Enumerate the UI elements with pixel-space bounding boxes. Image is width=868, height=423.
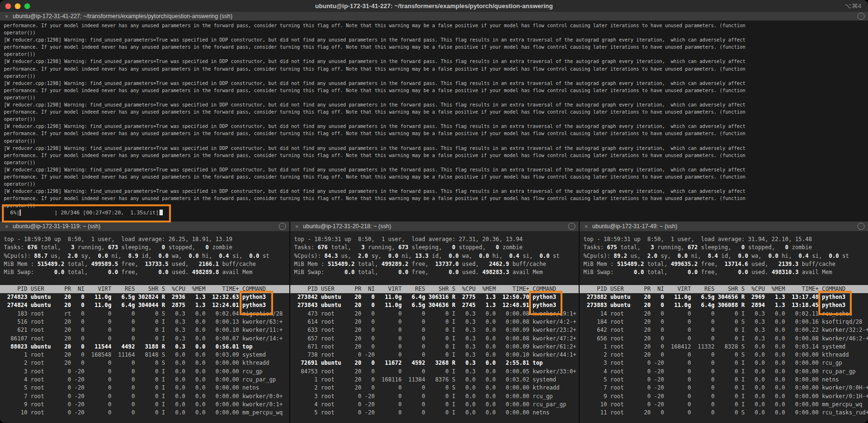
process-row: 184 root 20 0 0 0 0 S 0.3 0.0 0:00.16 ks… xyxy=(583,318,868,326)
terminal-line: performance. If your model indeed never … xyxy=(4,152,868,159)
window-title: ubuntu@ip-172-31-41-227: ~/transformers/… xyxy=(0,2,868,10)
process-row: 3 root 0 -20 0 0 0 I 0.0 0.0 0:00.00 rcu… xyxy=(4,368,289,376)
process-row: 2 root 20 0 0 0 0 S 0.0 0.0 0:00.00 kthr… xyxy=(4,359,289,367)
process-row: 273883 ubuntu 20 0 11.0g 6.4g 306088 R 2… xyxy=(583,301,868,309)
terminal-line: operator()) xyxy=(4,137,868,145)
process-row: 14 root 20 0 0 0 0 I 0.3 0.0 0:02.11 rcu… xyxy=(583,310,868,318)
process-row: 642 root 20 0 0 0 0 I 0.3 0.0 0:00.22 kw… xyxy=(583,326,868,334)
tab-title: ubuntu@ip-172-31-17-49: ~ (ssh) xyxy=(593,223,677,230)
process-row: 473 root 20 0 0 0 0 I 0.3 0.0 0:00.08 kw… xyxy=(294,310,579,318)
summary-line: MiB Mem : 515489.2 total, 499289.2 free,… xyxy=(294,260,579,268)
pane-tab[interactable]: × ubuntu@ip-172-31-20-218: ~ (ssh) ··· xyxy=(290,222,579,232)
close-tab-icon[interactable]: × xyxy=(5,13,9,20)
top-pane-tab[interactable]: × ubuntu@ip-172-31-41-227: ~/transformer… xyxy=(0,12,868,21)
terminal-line: performance. If your model indeed never … xyxy=(4,173,868,180)
terminal-line: [W reducer.cpp:1298] Warning: find_unuse… xyxy=(4,36,868,43)
tab-title: ubuntu@ip-172-31-41-227: ~/transformers/… xyxy=(13,13,233,20)
tab-menu-icon[interactable]: ··· xyxy=(857,223,865,230)
process-row: 273842 ubuntu 20 0 11.0g 6.4g 306316 R 2… xyxy=(294,293,579,301)
process-row: 657 root 20 0 0 0 0 I 0.3 0.0 0:00.08 kw… xyxy=(294,335,579,343)
window-shortcut-badge: ⌥⌘4 xyxy=(845,2,861,10)
terminal-line: operator()) xyxy=(4,29,868,36)
terminal-window: ubuntu@ip-172-31-41-227: ~/transformers/… xyxy=(0,0,868,423)
process-row: 183 root rt 0 0 0 0 S 0.3 0.0 0:02.04 mi… xyxy=(4,310,289,318)
terminal-line: operator()) xyxy=(4,202,868,209)
terminal-cursor xyxy=(159,210,163,215)
terminal-line: operator()) xyxy=(4,51,868,58)
close-window-button[interactable] xyxy=(5,3,11,9)
minimize-window-button[interactable] xyxy=(15,3,21,9)
process-row: 9 root 0 -20 0 0 0 I 0.0 0.0 0:00.00 kwo… xyxy=(583,392,868,401)
process-table-body: 274823 ubuntu 20 0 11.0g 6.5g 302824 R 2… xyxy=(4,293,289,417)
summary-line: top - 18:59:31 up 8:50, 1 user, load ave… xyxy=(583,235,868,243)
terminal-line: performance. If your model indeed never … xyxy=(4,130,868,137)
top-summary: top - 18:59:31 up 8:50, 1 user, load ave… xyxy=(294,235,579,276)
terminal-line: performance. If your model indeed never … xyxy=(4,87,868,94)
process-row: 2 root 20 0 0 0 0 S 0.0 0.0 0:00.00 kthr… xyxy=(583,351,868,359)
blank-line xyxy=(583,276,868,285)
process-row: 1 root 20 0 168412 11332 8328 S 0.0 0.0 … xyxy=(583,343,868,351)
process-table-body: 273842 ubuntu 20 0 11.0g 6.4g 306316 R 2… xyxy=(294,293,579,417)
process-row: 7 root 0 -20 0 0 0 I 0.0 0.0 0:00.00 kwo… xyxy=(4,392,289,401)
summary-line: Tasks: 676 total, 3 running, 673 sleepin… xyxy=(4,243,289,252)
close-tab-icon[interactable]: × xyxy=(5,223,9,230)
terminal-line: operator()) xyxy=(4,73,868,80)
window-controls xyxy=(5,3,30,9)
blank-line xyxy=(4,276,289,285)
pane-tab[interactable]: × ubuntu@ip-172-31-19-119: ~ (ssh) ··· xyxy=(0,222,289,232)
process-row: 2 root 20 0 0 0 0 S 0.0 0.0 0:00.00 kthr… xyxy=(294,384,579,392)
process-row: 633 root 20 0 0 0 0 I 0.3 0.0 0:00.09 kw… xyxy=(294,326,579,334)
process-row: 9 root 0 -20 0 0 0 I 0.0 0.0 0:00.00 kwo… xyxy=(4,401,289,409)
tab-menu-icon[interactable]: ··· xyxy=(279,223,286,230)
process-row: 84753 root 20 0 0 0 0 I 0.3 0.0 0:00.05 … xyxy=(294,368,579,376)
terminal-output: performance. If your model indeed never … xyxy=(0,21,868,222)
terminal-line: operator()) xyxy=(4,159,868,166)
terminal-line: operator()) xyxy=(4,94,868,101)
process-row: 274824 ubuntu 20 0 11.0g 6.4g 304044 R 2… xyxy=(4,301,289,309)
process-row: 10 root 0 -20 0 0 0 I 0.0 0.0 0:00.00 mm… xyxy=(583,401,868,409)
terminal-line: performance. If your model indeed never … xyxy=(4,108,868,116)
tab-menu-icon[interactable]: ··· xyxy=(568,223,575,230)
close-tab-icon[interactable]: × xyxy=(295,223,299,230)
terminal-line: performance. If your model indeed never … xyxy=(4,195,868,202)
blank-line xyxy=(294,276,579,285)
process-row: 274823 ubuntu 20 0 11.0g 6.5g 302824 R 2… xyxy=(4,293,289,301)
summary-line: MiB Mem : 515489.2 total, 499589.5 free,… xyxy=(4,260,289,268)
pane-tab[interactable]: × ubuntu@ip-172-31-17-49: ~ (ssh) ··· xyxy=(580,222,868,232)
process-row: 3 root 0 -20 0 0 0 I 0.0 0.0 0:00.00 rcu… xyxy=(294,392,579,401)
terminal-line: [W reducer.cpp:1298] Warning: find_unuse… xyxy=(4,123,868,130)
summary-line: MiB Mem : 515489.2 total, 499635.2 free,… xyxy=(583,260,868,268)
process-row: 614 root 20 0 0 0 0 I 0.3 0.0 0:00.08 kw… xyxy=(294,318,579,326)
summary-line: Tasks: 676 total, 3 running, 673 sleepin… xyxy=(294,243,579,252)
tab-title: ubuntu@ip-172-31-20-218: ~ (ssh) xyxy=(303,223,392,230)
terminal-line: [W reducer.cpp:1298] Warning: find_unuse… xyxy=(4,166,868,173)
process-row: 5 root 0 -20 0 0 0 I 0.0 0.0 0:00.00 net… xyxy=(294,409,579,417)
summary-line: %Cpu(s): 84.3 us, 2.0 sy, 0.0 ni, 13.3 i… xyxy=(294,252,579,260)
process-row: 7 root 0 -20 0 0 0 I 0.0 0.0 0:00.00 kwo… xyxy=(583,384,868,392)
process-row: 1 root 20 0 168116 11384 8376 S 0.0 0.0 … xyxy=(294,376,579,384)
tab-menu-icon[interactable]: ··· xyxy=(857,13,865,20)
top-summary: top - 18:59:31 up 8:50, 1 user, load ave… xyxy=(583,235,868,276)
fullscreen-window-button[interactable] xyxy=(24,3,30,9)
summary-line: MiB Swap: 0.0 total, 0.0 free, 0.0 used.… xyxy=(4,268,289,276)
close-tab-icon[interactable]: × xyxy=(584,223,588,230)
monitor-pane-1: × ubuntu@ip-172-31-19-119: ~ (ssh) ··· t… xyxy=(0,222,289,423)
process-row: 72691 ubuntu 20 0 11672 4592 3268 R 0.3 … xyxy=(294,359,579,367)
process-row: 4 root 0 -20 0 0 0 I 0.0 0.0 0:00.00 rcu… xyxy=(4,376,289,384)
process-row: 273843 ubuntu 20 0 11.0g 6.5g 304636 R 2… xyxy=(294,301,579,309)
summary-line: top - 18:59:30 up 8:50, 1 user, load ave… xyxy=(4,235,289,243)
progress-text: 6%|▍ | 20/346 [00:27<07:20, 1.35s/it] xyxy=(4,210,159,216)
terminal-line: performance. If your model indeed never … xyxy=(4,43,868,51)
summary-line: MiB Swap: 0.0 total, 0.0 free, 0.0 used.… xyxy=(294,268,579,276)
process-row: 1 root 20 0 168548 11164 8148 S 0.0 0.0 … xyxy=(4,351,289,359)
top-summary: top - 18:59:30 up 8:50, 1 user, load ave… xyxy=(4,235,289,276)
process-row: 4 root 0 -20 0 0 0 I 0.0 0.0 0:00.00 rcu… xyxy=(583,368,868,376)
process-row: 3 root 0 -20 0 0 0 I 0.0 0.0 0:00.00 rcu… xyxy=(583,359,868,367)
terminal-line: performance. If your model indeed never … xyxy=(4,65,868,73)
tab-title: ubuntu@ip-172-31-19-119: ~ (ssh) xyxy=(13,223,101,230)
process-table-header: PID USER PR NI VIRT RES SHR S %CPU %MEM … xyxy=(290,285,579,293)
process-table-body: 273882 ubuntu 20 0 11.0g 6.5g 304656 R 2… xyxy=(583,293,868,417)
summary-line: %Cpu(s): 88.7 us, 2.0 sy, 0.0 ni, 8.9 id… xyxy=(4,252,289,260)
monitor-pane-2: × ubuntu@ip-172-31-20-218: ~ (ssh) ··· t… xyxy=(290,222,579,423)
summary-line: MiB Swap: 0.0 total, 0.0 free, 0.0 used.… xyxy=(583,268,868,276)
